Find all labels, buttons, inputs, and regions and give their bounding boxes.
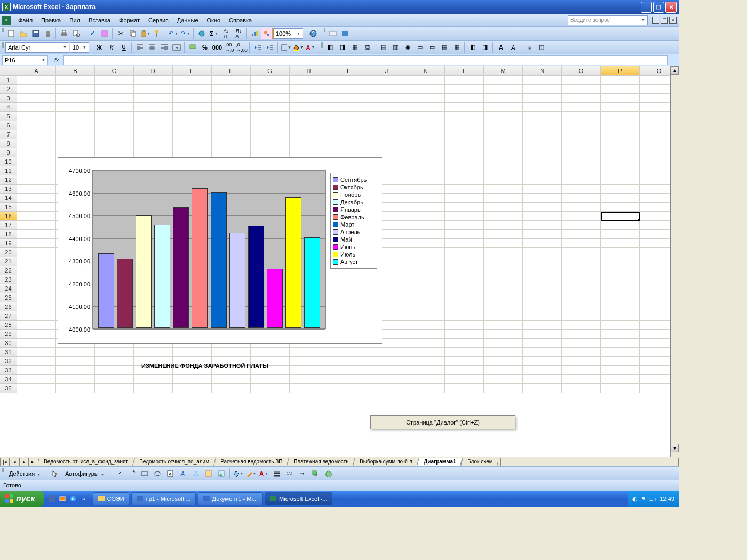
cell-J7[interactable] (367, 130, 406, 139)
select-all-corner[interactable] (0, 66, 17, 76)
cell-O19[interactable] (562, 239, 601, 248)
cell-N18[interactable] (523, 230, 562, 239)
3d-tool[interactable] (322, 468, 334, 479)
cell-A20[interactable] (17, 248, 56, 257)
cell-N23[interactable] (523, 275, 562, 284)
cell-J3[interactable] (367, 94, 406, 103)
cell-L35[interactable] (445, 384, 484, 393)
cell-M22[interactable] (484, 266, 523, 275)
row-header-5[interactable]: 5 (0, 112, 17, 121)
taskbar-item[interactable]: Документ1 - Mi... (198, 492, 263, 505)
col-header-M[interactable]: M (484, 66, 523, 76)
sheet-tab[interactable]: Выборка сумм по б-л (353, 458, 419, 466)
tb-misc-14[interactable]: А (495, 42, 507, 53)
cell-L32[interactable] (445, 357, 484, 366)
cell-P12[interactable] (601, 175, 640, 185)
font-combo[interactable]: Arial Cyr▼ (5, 42, 69, 53)
tray-icon-2[interactable]: ⚑ (641, 495, 646, 502)
toolbar-handle-3[interactable] (321, 42, 323, 53)
cell-P22[interactable] (601, 266, 640, 275)
cell-B32[interactable] (56, 357, 95, 366)
cell-P33[interactable] (601, 366, 640, 375)
row-header-8[interactable]: 8 (0, 139, 17, 148)
cell-N6[interactable] (523, 121, 562, 130)
cell-P7[interactable] (601, 130, 640, 139)
cell-A30[interactable] (17, 339, 56, 348)
cell-E3[interactable] (173, 94, 212, 103)
tb-misc-12[interactable]: ◧ (467, 42, 479, 53)
cell-L34[interactable] (445, 375, 484, 384)
hyperlink-button[interactable] (196, 28, 208, 39)
cell-O29[interactable] (562, 330, 601, 339)
cell-B33[interactable] (56, 366, 95, 375)
row-header-3[interactable]: 3 (0, 94, 17, 103)
cell-L4[interactable] (445, 103, 484, 112)
cell-C2[interactable] (95, 85, 134, 94)
line-style-tool[interactable] (271, 468, 283, 479)
cell-L30[interactable] (445, 339, 484, 348)
cell-M19[interactable] (484, 239, 523, 248)
cell-O28[interactable] (562, 321, 601, 330)
cell-L9[interactable] (445, 148, 484, 157)
row-header-34[interactable]: 34 (0, 375, 17, 384)
cell-J6[interactable] (367, 121, 406, 130)
row-header-24[interactable]: 24 (0, 284, 17, 293)
cell-P8[interactable] (601, 139, 640, 148)
forms-btn-2[interactable] (339, 28, 351, 39)
redo-button[interactable]: ↷▼ (180, 28, 192, 39)
cell-C34[interactable] (95, 375, 134, 384)
format-painter-button[interactable] (152, 28, 163, 39)
cell-N11[interactable] (523, 166, 562, 175)
cell-P3[interactable] (601, 94, 640, 103)
cell-A29[interactable] (17, 330, 56, 339)
cell-O18[interactable] (562, 230, 601, 239)
legend-item-Октябрь[interactable]: Октябрь (333, 184, 375, 190)
name-box[interactable]: P16▼ (2, 55, 48, 65)
tb-misc-10[interactable]: ▦ (439, 42, 450, 53)
drawing-toggle-button[interactable] (261, 28, 273, 39)
horizontal-scrollbar[interactable] (500, 458, 679, 466)
cell-I32[interactable] (328, 357, 367, 366)
row-header-32[interactable]: 32 (0, 357, 17, 366)
cell-H31[interactable] (290, 348, 329, 357)
cell-M35[interactable] (484, 384, 523, 393)
cell-I8[interactable] (328, 139, 367, 148)
cell-A31[interactable] (17, 348, 56, 357)
bar-Февраль[interactable] (192, 188, 208, 328)
cell-H9[interactable] (290, 148, 329, 157)
chart-object[interactable]: 4000,004100,004200,004300,004400,004500,… (58, 157, 382, 344)
cell-L20[interactable] (445, 248, 484, 257)
cell-M32[interactable] (484, 357, 523, 366)
cell-H8[interactable] (290, 139, 329, 148)
print-preview-button[interactable] (70, 28, 82, 39)
col-header-F[interactable]: F (212, 66, 251, 76)
cell-E35[interactable] (173, 384, 212, 393)
cell-A25[interactable] (17, 293, 56, 302)
cell-K2[interactable] (406, 85, 445, 94)
cell-J9[interactable] (367, 148, 406, 157)
cell-G7[interactable] (251, 130, 290, 139)
cell-O35[interactable] (562, 384, 601, 393)
cell-H33[interactable] (290, 366, 329, 375)
col-header-D[interactable]: D (134, 66, 173, 76)
row-header-30[interactable]: 30 (0, 339, 17, 348)
cell-A26[interactable] (17, 302, 56, 311)
menu-insert[interactable]: Вставка (84, 15, 115, 25)
col-header-O[interactable]: O (562, 66, 601, 76)
cell-L23[interactable] (445, 275, 484, 284)
cell-A17[interactable] (17, 221, 56, 230)
cell-K25[interactable] (406, 293, 445, 302)
increase-indent-button[interactable] (264, 42, 276, 53)
cell-K30[interactable] (406, 339, 445, 348)
mdi-restore[interactable]: ❐ (661, 17, 668, 24)
save-button[interactable] (30, 28, 42, 39)
cell-H1[interactable] (290, 76, 329, 85)
tb-misc-13[interactable]: ◨ (479, 42, 491, 53)
research-button[interactable] (99, 28, 110, 39)
legend-item-Сентябрь[interactable]: Сентябрь (333, 177, 375, 183)
cell-P35[interactable] (601, 384, 640, 393)
cell-N2[interactable] (523, 85, 562, 94)
cut-button[interactable]: ✂ (115, 28, 126, 39)
cell-N29[interactable] (523, 330, 562, 339)
cell-B3[interactable] (56, 94, 95, 103)
